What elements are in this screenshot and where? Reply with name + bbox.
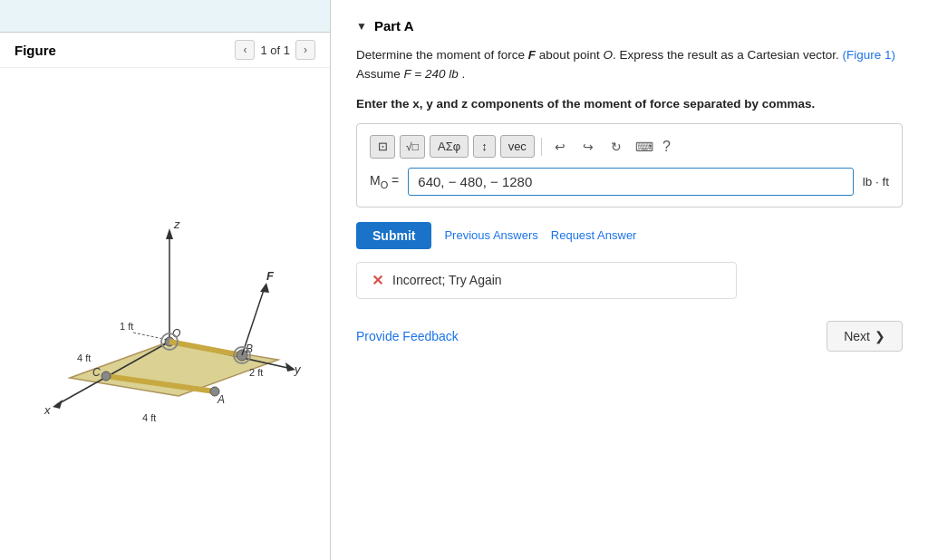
prev-figure-button[interactable]: ‹ <box>235 40 255 60</box>
top-bar <box>0 0 330 33</box>
force-variable: F <box>528 48 536 62</box>
right-panel: ▼ Part A Determine the moment of force F… <box>331 0 928 560</box>
answer-input[interactable] <box>408 168 853 196</box>
x-icon: ✕ <box>372 272 383 289</box>
request-answer-link[interactable]: Request Answer <box>551 228 637 242</box>
toolbar-sep-1 <box>541 138 542 156</box>
svg-text:1 ft: 1 ft <box>120 321 133 332</box>
svg-text:F: F <box>266 269 275 283</box>
svg-text:4 ft: 4 ft <box>77 352 91 363</box>
figure-diagram: z y x O B F A <box>24 179 305 450</box>
next-label: Next <box>844 329 870 343</box>
problem-text-3: . Express the result as a Cartesian vect… <box>613 48 843 62</box>
figure-content: z y x O B F A <box>0 68 330 560</box>
incorrect-box: ✕ Incorrect; Try Again <box>356 262 737 299</box>
problem-description: Determine the moment of force F about po… <box>356 46 903 84</box>
toolbar: ⊡ √□ AΣφ ↕ vec ↩ ↪ ↻ ⌨ ? <box>370 135 889 159</box>
answer-box: ⊡ √□ AΣφ ↕ vec ↩ ↪ ↻ ⌨ ? MO = lb · ft <box>356 123 903 208</box>
submit-button[interactable]: Submit <box>356 222 431 249</box>
matrix-button[interactable]: ⊡ <box>370 135 395 159</box>
instruction-text: Enter the x, y and z components of the m… <box>356 97 903 111</box>
footer-row: Provide Feedback Next ❯ <box>356 321 903 352</box>
svg-text:z: z <box>173 217 180 231</box>
incorrect-text: Incorrect; Try Again <box>392 273 502 287</box>
reload-button[interactable]: ↻ <box>604 135 628 159</box>
next-button[interactable]: Next ❯ <box>826 321 903 352</box>
submit-row: Submit Previous Answers Request Answer <box>356 222 903 249</box>
arrows-button[interactable]: ↕ <box>473 135 496 158</box>
mo-label: MO = <box>370 173 399 190</box>
next-figure-button[interactable]: › <box>295 40 315 60</box>
point-variable: O <box>603 48 613 62</box>
figure-link[interactable]: (Figure 1) <box>843 48 896 62</box>
sqrt-button[interactable]: √□ <box>400 135 425 159</box>
page-indicator: 1 of 1 <box>260 43 290 57</box>
vec-button[interactable]: vec <box>500 135 535 158</box>
problem-text-1: Determine the moment of force <box>356 48 528 62</box>
problem-text-2: about point <box>536 48 603 62</box>
svg-text:2 ft: 2 ft <box>249 367 263 378</box>
figure-header: Figure ‹ 1 of 1 › <box>0 33 330 68</box>
svg-text:C: C <box>92 366 101 379</box>
svg-rect-0 <box>24 179 305 450</box>
svg-text:4 ft: 4 ft <box>142 412 156 423</box>
svg-point-22 <box>102 372 111 381</box>
part-label: Part A <box>374 18 414 34</box>
alpha-button[interactable]: AΣφ <box>430 135 469 158</box>
figure-title: Figure <box>14 43 56 58</box>
unit-label: lb · ft <box>863 175 889 188</box>
svg-text:A: A <box>217 393 225 406</box>
keyboard-button[interactable]: ⌨ <box>633 135 656 159</box>
previous-answers-link[interactable]: Previous Answers <box>444 228 537 242</box>
mo-subscript: O <box>381 179 389 190</box>
assume-equation: F = 240 lb <box>404 67 459 81</box>
left-panel: Figure ‹ 1 of 1 › z y x <box>0 0 331 560</box>
undo-button[interactable]: ↩ <box>548 135 572 159</box>
part-header: ▼ Part A <box>356 18 903 34</box>
assume-text: Assume <box>356 67 404 81</box>
figure-nav: ‹ 1 of 1 › <box>235 40 315 60</box>
period: . <box>459 67 466 81</box>
collapse-arrow[interactable]: ▼ <box>356 20 367 33</box>
provide-feedback-button[interactable]: Provide Feedback <box>356 329 459 343</box>
next-chevron-icon: ❯ <box>875 329 885 343</box>
input-row: MO = lb · ft <box>370 168 889 196</box>
help-button[interactable]: ? <box>662 139 671 155</box>
redo-button[interactable]: ↪ <box>576 135 600 159</box>
svg-text:x: x <box>44 403 51 417</box>
